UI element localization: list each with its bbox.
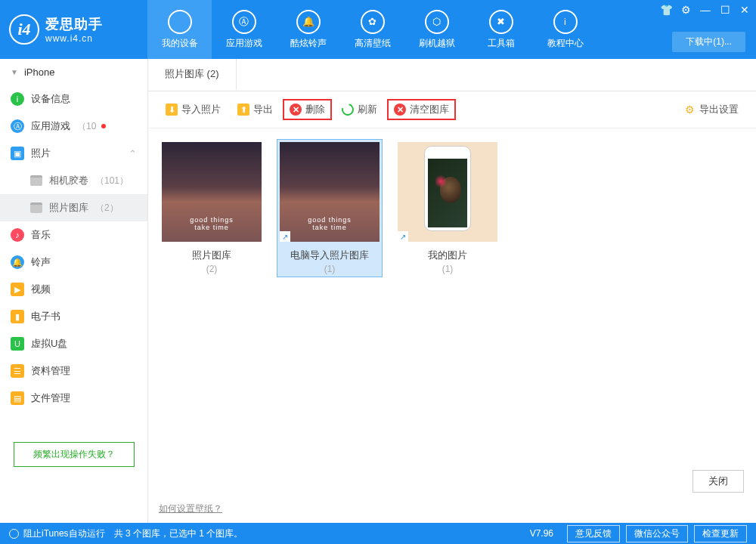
logo-badge: i4 — [9, 14, 39, 45]
tab-photo-library[interactable]: 照片图库 (2) — [148, 59, 237, 91]
side-icon: ♪ — [11, 228, 24, 242]
settings-icon[interactable]: ⚙ — [679, 3, 692, 17]
sidebar-item-资料管理[interactable]: ☰资料管理 — [0, 357, 147, 385]
side-label: 视频 — [31, 283, 51, 296]
side-label: 照片图库 — [49, 201, 88, 215]
side-label: 资料管理 — [31, 364, 70, 378]
side-label: 设备信息 — [31, 92, 70, 106]
album-count: (1) — [398, 264, 497, 274]
close-window-icon[interactable]: ✕ — [738, 3, 751, 17]
sidebar-item-铃声[interactable]: 🔔铃声 — [0, 249, 147, 276]
album-title: 照片图库 — [162, 249, 262, 262]
device-name: iPhone — [24, 66, 54, 78]
shortcut-icon: ↗ — [280, 231, 290, 242]
sidebar: ▼ iPhone i设备信息Ⓐ应用游戏（10▣照片⌃相机胶卷（101）照片图库（… — [0, 59, 148, 523]
album-count: (1) — [280, 264, 380, 274]
sidebar-item-设备信息[interactable]: i设备信息 — [0, 85, 147, 113]
side-icon: ▶ — [11, 283, 24, 296]
album-title: 我的图片 — [398, 249, 497, 262]
nav-label: 高清壁纸 — [355, 37, 391, 50]
refresh-icon — [339, 101, 356, 118]
export-icon: ⬆ — [237, 104, 249, 116]
refresh-button[interactable]: 刷新 — [335, 99, 384, 120]
wechat-button[interactable]: 微信公众号 — [626, 525, 688, 542]
sidebar-item-照片[interactable]: ▣照片⌃ — [0, 140, 147, 167]
sidebar-item-音乐[interactable]: ♪音乐 — [0, 221, 147, 249]
nav-应用游戏[interactable]: Ⓐ应用游戏 — [212, 0, 276, 59]
export-settings-button[interactable]: ⚙导出设置 — [677, 99, 745, 120]
side-label: 照片 — [31, 147, 51, 160]
side-count: （10 — [77, 120, 96, 133]
itunes-block-toggle[interactable]: 阻止iTunes自动运行 — [23, 527, 105, 540]
nav-我的设备[interactable]: 我的设备 — [147, 0, 212, 59]
downloads-button[interactable]: 下载中(1)... — [672, 32, 745, 52]
folder-icon — [30, 175, 42, 186]
skin-icon[interactable]: 👕 — [659, 3, 673, 17]
side-label: 音乐 — [31, 228, 51, 242]
close-button[interactable]: 关闭 — [692, 470, 744, 493]
sidebar-item-文件管理[interactable]: ▤文件管理 — [0, 385, 147, 412]
maximize-icon[interactable]: ☐ — [718, 3, 732, 17]
export-settings-label: 导出设置 — [699, 103, 739, 116]
sidebar-item-电子书[interactable]: ▮电子书 — [0, 303, 147, 330]
clear-icon: ✕ — [394, 104, 406, 116]
side-label: 相机胶卷 — [49, 174, 88, 187]
shortcut-icon: ↗ — [398, 231, 408, 242]
nav-工具箱[interactable]: ✖工具箱 — [469, 0, 533, 59]
feedback-button[interactable]: 意见反馈 — [567, 525, 620, 542]
help-button[interactable]: 频繁出现操作失败？ — [14, 442, 135, 467]
status-ring-icon — [9, 529, 19, 539]
delete-button[interactable]: ✕删除 — [283, 99, 332, 120]
sidebar-item-视频[interactable]: ▶视频 — [0, 276, 147, 303]
side-label: 文件管理 — [31, 391, 70, 405]
clear-label: 清空图库 — [410, 103, 449, 116]
album-title: 电脑导入照片图库 — [280, 249, 380, 262]
sidebar-item-照片图库[interactable]: 照片图库（2） — [0, 194, 147, 221]
nav-label: 应用游戏 — [226, 37, 262, 50]
chevron-down-icon: ▼ — [11, 68, 18, 76]
nav-icon: ✖ — [489, 10, 513, 34]
sidebar-item-虚拟U盘[interactable]: U虚拟U盘 — [0, 330, 147, 357]
nav-icon: 🔔 — [296, 10, 321, 34]
gear-icon: ⚙ — [683, 104, 696, 116]
nav-icon: ⬡ — [425, 10, 449, 34]
nav-高清壁纸[interactable]: ✿高清壁纸 — [340, 0, 404, 59]
sidebar-item-应用游戏[interactable]: Ⓐ应用游戏（10 — [0, 113, 147, 140]
nav-label: 酷炫铃声 — [290, 37, 327, 50]
minimize-icon[interactable]: — — [699, 3, 712, 17]
chevron-icon: ⌃ — [129, 148, 137, 159]
export-label: 导出 — [253, 103, 273, 116]
album-card[interactable]: ↗ 我的图片 (1) — [395, 139, 500, 277]
side-label: 应用游戏 — [31, 119, 70, 133]
nav-label: 刷机越狱 — [419, 37, 455, 50]
delete-label: 删除 — [305, 103, 325, 116]
album-thumb: good thingstake time↗ — [280, 142, 380, 242]
export-button[interactable]: ⬆导出 — [231, 99, 280, 120]
app-url: www.i4.cn — [45, 33, 103, 44]
nav-icon: ✿ — [361, 10, 385, 34]
album-card[interactable]: good thingstake time 照片图库 (2) — [159, 139, 265, 277]
side-icon: ▣ — [11, 147, 24, 160]
nav-酷炫铃声[interactable]: 🔔酷炫铃声 — [276, 0, 340, 59]
clear-button[interactable]: ✕清空图库 — [387, 99, 456, 120]
nav-刷机越狱[interactable]: ⬡刷机越狱 — [404, 0, 469, 59]
wallpaper-help-link[interactable]: 如何设置壁纸？ — [159, 503, 222, 514]
import-button[interactable]: ⬇导入照片 — [159, 99, 228, 120]
side-count: （101） — [95, 175, 129, 187]
side-icon: 🔔 — [11, 255, 24, 269]
sidebar-item-相机胶卷[interactable]: 相机胶卷（101） — [0, 167, 147, 194]
album-card[interactable]: good thingstake time↗ 电脑导入照片图库 (1) — [277, 139, 383, 277]
side-label: 电子书 — [31, 310, 60, 323]
badge-dot-icon — [101, 124, 106, 128]
side-icon: ☰ — [11, 364, 24, 378]
check-update-button[interactable]: 检查更新 — [694, 525, 747, 542]
import-icon: ⬇ — [166, 104, 178, 116]
device-header[interactable]: ▼ iPhone — [0, 59, 147, 85]
nav-icon: i — [553, 10, 578, 34]
album-thumb: ↗ — [398, 142, 497, 242]
nav-icon — [168, 10, 192, 34]
side-icon: i — [11, 92, 24, 106]
side-icon: ▮ — [11, 310, 24, 323]
selection-summary: 共 3 个图库，已选中 1 个图库。 — [114, 527, 243, 540]
nav-教程中心[interactable]: i教程中心 — [533, 0, 597, 59]
